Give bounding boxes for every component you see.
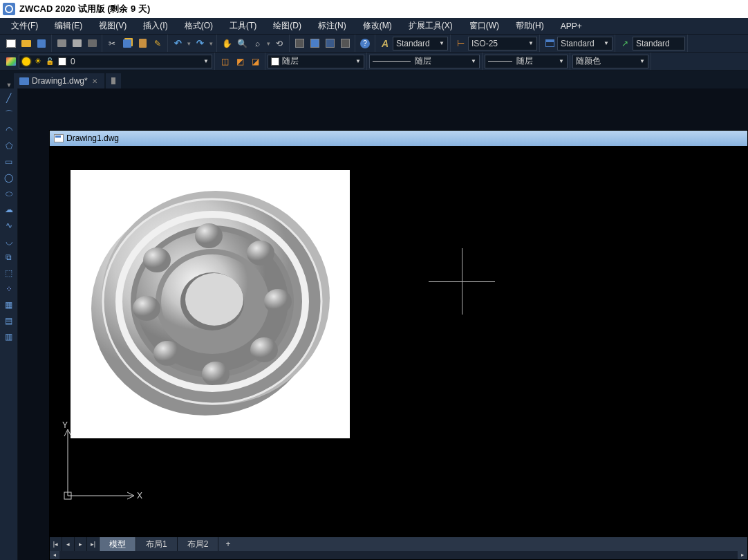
print-button[interactable]: [54, 36, 69, 51]
document-tab-drawing1[interactable]: Drawing1.dwg* ✕: [14, 73, 104, 88]
menu-format[interactable]: 格式(O): [176, 18, 221, 34]
table-tool[interactable]: ▥: [2, 330, 16, 344]
textstyle-button[interactable]: A: [377, 36, 393, 51]
tab-close-button[interactable]: ✕: [91, 77, 99, 85]
plotstyle-combo[interactable]: 随颜色 ▼: [572, 55, 648, 68]
tablestyle-icon: [545, 39, 554, 47]
rectangle-tool[interactable]: ▭: [2, 155, 16, 169]
dim-style-combo[interactable]: ISO-25▼: [468, 37, 537, 50]
tool-palettes-button[interactable]: [337, 36, 353, 51]
layer-state-button[interactable]: ◩: [232, 54, 247, 69]
menu-window[interactable]: 窗口(W): [461, 18, 507, 34]
menu-view[interactable]: 视图(V): [91, 18, 135, 34]
horizontal-scrollbar[interactable]: ◂ ▸: [50, 551, 747, 559]
undo-button[interactable]: ↶: [170, 36, 185, 51]
scroll-track[interactable]: [59, 551, 738, 559]
layout-tab-1[interactable]: 布局1: [136, 537, 178, 551]
menu-file[interactable]: 文件(F): [3, 18, 46, 34]
tab-scroll-button[interactable]: ▼: [4, 82, 14, 88]
menu-draw[interactable]: 绘图(D): [265, 18, 310, 34]
new-button[interactable]: [3, 36, 19, 51]
chevron-down-icon: ▼: [435, 40, 445, 46]
arc-tool[interactable]: ◠: [2, 123, 16, 137]
redo-dropdown[interactable]: ▾: [207, 40, 214, 47]
new-tab-button[interactable]: [106, 73, 121, 88]
pan-button[interactable]: ✋: [219, 36, 234, 51]
menu-tools[interactable]: 工具(T): [221, 18, 265, 34]
design-center-button[interactable]: [322, 36, 337, 51]
layer-manager-button[interactable]: [3, 54, 19, 69]
zoom-previous-button[interactable]: ⟲: [272, 36, 287, 51]
undo-dropdown[interactable]: ▾: [185, 40, 192, 47]
menu-dim[interactable]: 标注(N): [310, 18, 355, 34]
print-preview-button[interactable]: [69, 36, 84, 51]
ellipse-icon: ⬭: [6, 189, 12, 198]
zoom-dropdown[interactable]: ▾: [265, 40, 272, 47]
layout-nav-last[interactable]: ▸|: [87, 537, 100, 551]
matchprop-button[interactable]: ✎: [150, 36, 165, 51]
menu-ext[interactable]: 扩展工具(X): [400, 18, 461, 34]
hatch-tool[interactable]: ▦: [2, 298, 16, 312]
cloud-tool[interactable]: ☁: [2, 203, 16, 216]
tool-palettes-icon: [341, 39, 350, 48]
properties-button[interactable]: [307, 36, 322, 51]
menu-app[interactable]: APP+: [552, 19, 590, 33]
menu-help[interactable]: 帮助(H): [507, 18, 552, 34]
paste-button[interactable]: [135, 36, 150, 51]
layout-nav-next[interactable]: ▸: [75, 537, 87, 551]
lineweight-combo[interactable]: 随层 ▼: [485, 55, 568, 68]
open-icon: [21, 40, 31, 47]
menu-modify[interactable]: 修改(M): [355, 18, 400, 34]
svg-point-9: [143, 248, 171, 272]
line-tool[interactable]: ╱: [2, 91, 16, 105]
text-style-combo[interactable]: Standard▼: [393, 37, 448, 50]
new-icon: [6, 39, 16, 48]
table-style-combo[interactable]: Standard▼: [557, 37, 613, 50]
layout-nav-first[interactable]: |◂: [50, 537, 62, 551]
scroll-right-button[interactable]: ▸: [738, 551, 747, 559]
ellipse-tool[interactable]: ⬭: [2, 187, 16, 200]
publish-button[interactable]: [84, 36, 100, 51]
layout-tab-model[interactable]: 模型: [100, 537, 136, 551]
document-window-titlebar[interactable]: Drawing1.dwg: [50, 131, 747, 146]
menu-edit[interactable]: 编辑(E): [46, 18, 91, 34]
dimstyle-button[interactable]: ⊢: [453, 36, 468, 51]
point-tool[interactable]: ⁘: [2, 282, 16, 296]
mleader-icon: ↗: [621, 39, 628, 48]
matchprop-icon: ✎: [154, 39, 161, 48]
layout-nav-prev[interactable]: ◂: [62, 537, 75, 551]
tablestyle-button[interactable]: [542, 36, 557, 51]
color-combo[interactable]: 随层 ▼: [268, 55, 364, 68]
redo-button[interactable]: ↷: [192, 36, 207, 51]
rendered-model-image: [71, 170, 350, 438]
cut-button[interactable]: ✂: [104, 36, 120, 51]
circle-tool[interactable]: ◯: [2, 171, 16, 185]
mleaderstyle-button[interactable]: ↗: [617, 36, 633, 51]
help-button[interactable]: ?: [357, 36, 373, 51]
ellipse-arc-tool[interactable]: ◡: [2, 234, 16, 248]
layout-tab-2[interactable]: 布局2: [178, 537, 219, 551]
layer-iso-button[interactable]: ◪: [247, 54, 263, 69]
zoom-realtime-button[interactable]: 🔍: [234, 36, 250, 51]
save-button[interactable]: [34, 36, 49, 51]
open-button[interactable]: [19, 36, 34, 51]
pline-tool[interactable]: ⌒: [2, 107, 16, 121]
layer-combo[interactable]: ☀ 🔓 0 ▼: [19, 55, 212, 68]
gradient-tool[interactable]: ▤: [2, 314, 16, 328]
linetype-combo[interactable]: 随层 ▼: [369, 55, 480, 68]
drawing-viewport[interactable]: Y X: [50, 146, 747, 537]
design-center-icon: [326, 39, 335, 48]
zoom-window-button[interactable]: ⌕: [250, 36, 265, 51]
layout-add-button[interactable]: +: [218, 539, 237, 549]
copy-button[interactable]: [120, 36, 135, 51]
mleader-style-combo[interactable]: Standard: [633, 37, 685, 50]
scroll-left-button[interactable]: ◂: [50, 551, 59, 559]
block-tool[interactable]: ⧉: [2, 250, 16, 264]
calculator-button[interactable]: [292, 36, 307, 51]
canvas[interactable]: Drawing1.dwg: [18, 88, 748, 560]
insert-tool[interactable]: ⬚: [2, 266, 16, 280]
spline-tool[interactable]: ∿: [2, 218, 16, 232]
polygon-tool[interactable]: ⬠: [2, 139, 16, 153]
layer-previous-button[interactable]: ◫: [217, 54, 232, 69]
menu-insert[interactable]: 插入(I): [135, 18, 176, 34]
